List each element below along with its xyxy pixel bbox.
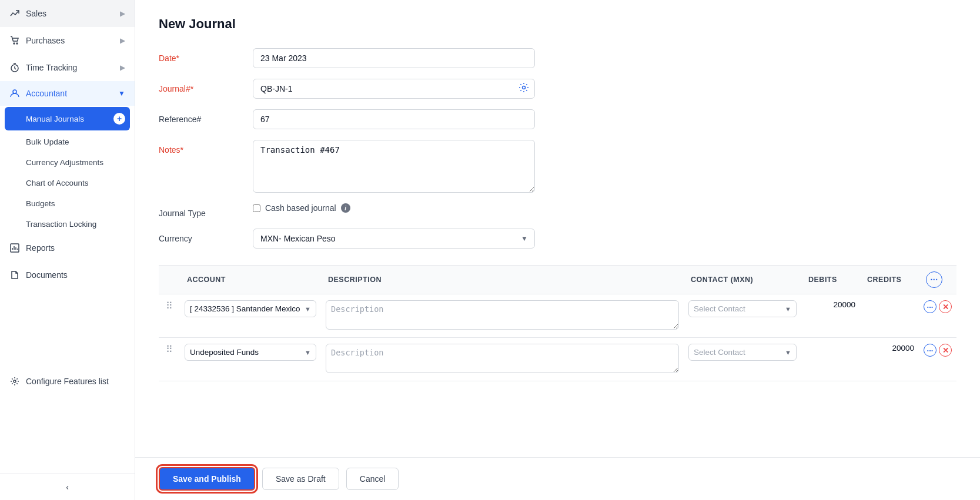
sidebar-item-documents-label: Documents [26, 270, 68, 280]
sidebar-sub-transaction-locking[interactable]: Transaction Locking [0, 214, 135, 234]
sidebar-item-purchases[interactable]: Purchases ▶ [0, 27, 135, 54]
chevron-right-icon-time: ▶ [120, 63, 125, 72]
currency-label: Currency [159, 229, 253, 243]
journal-type-row: Journal Type Cash based journal i [159, 203, 688, 218]
purchases-icon [9, 35, 20, 46]
row2-delete-button[interactable]: ✕ [939, 344, 952, 357]
drag-handle-row1[interactable]: ⠿ [163, 298, 175, 313]
notes-label: Notes* [159, 140, 253, 155]
sidebar-sub-budgets[interactable]: Budgets [0, 193, 135, 214]
journal-row: Journal#* [159, 79, 688, 99]
sidebar-item-reports[interactable]: Reports [0, 234, 135, 261]
sidebar-sub-bulk-update[interactable]: Bulk Update [0, 132, 135, 152]
account-select-row2[interactable]: Undeposited Funds ▼ [185, 344, 316, 361]
table-row: ⠿ [ 24332536 ] Santander Mexico ▼ Select [159, 294, 956, 338]
currency-row: Currency MXN- Mexican Peso USD- US Dolla… [159, 229, 688, 249]
sales-icon [9, 8, 20, 19]
sidebar: Sales ▶ Purchases ▶ Time Tracking ▶ Acco… [0, 0, 135, 500]
sidebar-item-purchases-label: Purchases [26, 36, 65, 45]
th-account: ACCOUNT [180, 266, 321, 294]
contact-select-row1[interactable]: Select Contact ▼ [688, 300, 797, 317]
sidebar-item-sales-label: Sales [26, 9, 46, 18]
add-journal-button[interactable]: + [113, 113, 125, 125]
currency-select-wrap: MXN- Mexican Peso USD- US Dollar EUR- Eu… [253, 229, 535, 249]
description-textarea-row1[interactable] [326, 300, 679, 330]
contact-chevron-row1: ▼ [785, 306, 791, 313]
sidebar-item-accountant-label: Accountant [26, 89, 67, 98]
account-chevron-row1: ▼ [305, 306, 311, 313]
debit-input-row2[interactable] [808, 344, 855, 353]
credit-input-row2[interactable] [867, 344, 914, 353]
table-settings-icon[interactable]: ··· [926, 271, 942, 288]
notes-textarea[interactable] [253, 140, 535, 193]
sidebar-sub-chart-of-accounts[interactable]: Chart of Accounts [0, 173, 135, 193]
journal-table: ACCOUNT DESCRIPTION CONTACT (MXN) DEBITS… [159, 265, 956, 381]
sidebar-collapse-button[interactable]: ‹ [0, 474, 135, 500]
row2-actions: ··· ✕ [924, 344, 952, 357]
journal-input[interactable] [253, 79, 535, 99]
svg-point-11 [523, 86, 526, 89]
reference-input[interactable] [253, 109, 535, 129]
credit-input-row1[interactable] [867, 300, 914, 309]
th-drag [159, 266, 180, 294]
row1-delete-button[interactable]: ✕ [939, 300, 952, 313]
date-row: Date* [159, 48, 688, 68]
sidebar-sub-currency-adjustments[interactable]: Currency Adjustments [0, 152, 135, 173]
date-input[interactable] [253, 48, 535, 68]
journal-type-info-icon[interactable]: i [341, 203, 350, 213]
row2-more-button[interactable]: ··· [924, 344, 936, 357]
th-contact: CONTACT (MXN) [684, 266, 801, 294]
contact-chevron-row2: ▼ [785, 349, 791, 356]
svg-point-0 [14, 43, 15, 44]
sidebar-item-configure-label: Configure Features list [26, 377, 109, 386]
row1-actions: ··· ✕ [924, 300, 952, 313]
contact-select-row2[interactable]: Select Contact ▼ [688, 344, 797, 361]
date-label: Date* [159, 48, 253, 63]
sidebar-item-time-tracking-label: Time Tracking [26, 63, 77, 72]
journal-label: Journal#* [159, 79, 253, 93]
sidebar-item-time-tracking[interactable]: Time Tracking ▶ [0, 54, 135, 81]
svg-point-4 [13, 90, 16, 93]
page-title: New Journal [159, 16, 956, 32]
description-textarea-row2[interactable] [326, 344, 679, 373]
table-row: ⠿ Undeposited Funds ▼ Select Contact [159, 338, 956, 381]
chevron-right-icon-purchases: ▶ [120, 36, 125, 45]
cash-based-journal-label: Cash based journal [265, 203, 336, 213]
chevron-down-icon-accountant: ▼ [118, 89, 125, 98]
main-content: New Journal Date* Journal#* Reference# N… [135, 0, 980, 457]
time-tracking-icon [9, 62, 20, 73]
accountant-icon [9, 88, 20, 99]
account-chevron-row2: ▼ [305, 349, 311, 356]
account-select-row1[interactable]: [ 24332536 ] Santander Mexico ▼ [185, 300, 316, 317]
main-panel: New Journal Date* Journal#* Reference# N… [135, 0, 980, 500]
documents-icon [9, 270, 20, 280]
th-credits: CREDITS [860, 266, 919, 294]
debit-input-row1[interactable] [808, 300, 855, 309]
currency-select[interactable]: MXN- Mexican Peso USD- US Dollar EUR- Eu… [253, 229, 535, 249]
svg-point-10 [14, 380, 16, 382]
journal-type-label: Journal Type [159, 203, 253, 218]
reports-icon [9, 243, 20, 253]
journal-type-checkbox-row: Cash based journal i [253, 203, 350, 213]
reference-label: Reference# [159, 109, 253, 124]
journal-settings-icon[interactable] [519, 82, 529, 95]
row1-more-button[interactable]: ··· [924, 300, 936, 313]
th-debits: DEBITS [801, 266, 860, 294]
chevron-right-icon: ▶ [120, 9, 125, 18]
drag-handle-row2[interactable]: ⠿ [163, 342, 175, 357]
th-description: DESCRIPTION [321, 266, 684, 294]
th-actions: ··· [919, 266, 956, 294]
footer-bar: Save and Publish Save as Draft Cancel [135, 457, 980, 500]
sidebar-item-documents[interactable]: Documents [0, 261, 135, 288]
notes-row: Notes* [159, 140, 688, 193]
cancel-button[interactable]: Cancel [346, 468, 399, 490]
configure-icon [9, 376, 20, 387]
sidebar-item-sales[interactable]: Sales ▶ [0, 0, 135, 27]
cash-based-journal-checkbox[interactable] [253, 204, 260, 212]
sidebar-item-reports-label: Reports [26, 243, 55, 253]
sidebar-item-accountant[interactable]: Accountant ▼ [0, 81, 135, 106]
save-draft-button[interactable]: Save as Draft [262, 468, 339, 490]
save-publish-button[interactable]: Save and Publish [159, 467, 255, 491]
sidebar-item-configure[interactable]: Configure Features list [0, 368, 135, 395]
sidebar-sub-manual-journals[interactable]: Manual Journals + [5, 107, 130, 130]
